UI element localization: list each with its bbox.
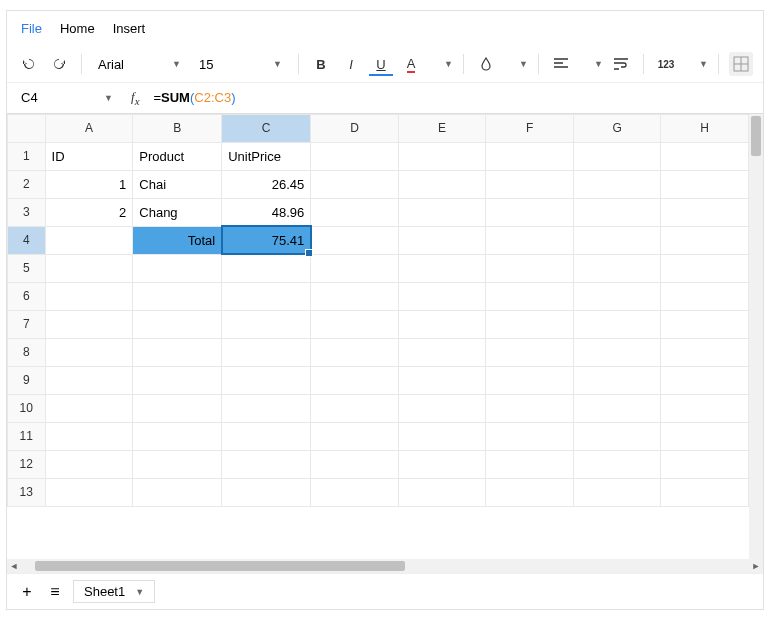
cell[interactable] [486, 450, 574, 478]
cell[interactable] [133, 338, 222, 366]
cell[interactable] [222, 394, 311, 422]
cell[interactable] [45, 478, 133, 506]
cell[interactable] [573, 422, 661, 450]
vscroll-thumb[interactable] [751, 116, 761, 156]
cell[interactable] [133, 310, 222, 338]
vscroll-track[interactable] [749, 158, 763, 559]
cell[interactable] [486, 310, 574, 338]
horizontal-scrollbar[interactable]: ◄ ► [7, 559, 763, 573]
cell[interactable] [661, 282, 749, 310]
cell[interactable] [573, 450, 661, 478]
cell-F1[interactable] [486, 142, 574, 170]
col-header-G[interactable]: G [573, 114, 661, 142]
cell-C1[interactable]: UnitPrice [222, 142, 311, 170]
cell[interactable] [486, 338, 574, 366]
cell-C3[interactable]: 48.96 [222, 198, 311, 226]
row-header-4[interactable]: 4 [8, 226, 46, 254]
cell-E4[interactable] [398, 226, 486, 254]
cell-F3[interactable] [486, 198, 574, 226]
row-header-11[interactable]: 11 [8, 422, 46, 450]
cell[interactable] [573, 282, 661, 310]
cell-F4[interactable] [486, 226, 574, 254]
cell[interactable] [311, 254, 399, 282]
cell[interactable] [311, 422, 399, 450]
row-header-2[interactable]: 2 [8, 170, 46, 198]
cell[interactable] [133, 450, 222, 478]
cell-C4[interactable]: 75.41 [222, 226, 311, 254]
row-header-8[interactable]: 8 [8, 338, 46, 366]
cell[interactable] [45, 310, 133, 338]
cell[interactable] [222, 366, 311, 394]
row-header-1[interactable]: 1 [8, 142, 46, 170]
cell-reference-box[interactable]: C4 ▼ [17, 90, 117, 105]
cell[interactable] [661, 254, 749, 282]
cell[interactable] [311, 282, 399, 310]
font-color-button[interactable]: A [399, 52, 423, 76]
cell-D3[interactable] [311, 198, 399, 226]
row-header-5[interactable]: 5 [8, 254, 46, 282]
cell[interactable] [133, 394, 222, 422]
cell[interactable] [45, 450, 133, 478]
cell-C2[interactable]: 26.45 [222, 170, 311, 198]
col-header-A[interactable]: A [45, 114, 133, 142]
wrap-button[interactable] [609, 52, 633, 76]
cell[interactable] [311, 310, 399, 338]
cell[interactable] [398, 394, 486, 422]
cell-D4[interactable] [311, 226, 399, 254]
col-header-C[interactable]: C [222, 114, 311, 142]
cell-A4[interactable] [45, 226, 133, 254]
row-header-7[interactable]: 7 [8, 310, 46, 338]
cell[interactable] [311, 450, 399, 478]
cell-E3[interactable] [398, 198, 486, 226]
cell-G2[interactable] [573, 170, 661, 198]
cell[interactable] [133, 478, 222, 506]
cell[interactable] [661, 478, 749, 506]
cell-A1[interactable]: ID [45, 142, 133, 170]
redo-button[interactable] [47, 52, 71, 76]
col-header-B[interactable]: B [133, 114, 222, 142]
hscroll-right-arrow[interactable]: ► [749, 561, 763, 571]
col-header-D[interactable]: D [311, 114, 399, 142]
formula-input[interactable]: =SUM(C2:C3) [153, 90, 753, 105]
font-select[interactable]: Arial ▼ [92, 57, 187, 72]
cell[interactable] [398, 450, 486, 478]
cell[interactable] [486, 478, 574, 506]
cell[interactable] [398, 478, 486, 506]
cell-A2[interactable]: 1 [45, 170, 133, 198]
chevron-down-icon[interactable]: ▼ [594, 59, 603, 69]
sheet-tab[interactable]: Sheet1 ▼ [73, 580, 155, 603]
cell[interactable] [311, 394, 399, 422]
cell[interactable] [45, 366, 133, 394]
cell[interactable] [45, 394, 133, 422]
menu-home[interactable]: Home [60, 21, 95, 36]
cell[interactable] [45, 422, 133, 450]
cell[interactable] [573, 394, 661, 422]
align-button[interactable] [549, 52, 573, 76]
row-header-3[interactable]: 3 [8, 198, 46, 226]
italic-button[interactable]: I [339, 52, 363, 76]
cell[interactable] [133, 254, 222, 282]
col-header-E[interactable]: E [398, 114, 486, 142]
cell[interactable] [661, 310, 749, 338]
cell[interactable] [398, 422, 486, 450]
cell-H4[interactable] [661, 226, 749, 254]
cell-D1[interactable] [311, 142, 399, 170]
cell[interactable] [222, 422, 311, 450]
sheet-list-button[interactable]: ≡ [45, 582, 65, 602]
chevron-down-icon[interactable]: ▼ [519, 59, 528, 69]
cell[interactable] [661, 366, 749, 394]
cell[interactable] [133, 366, 222, 394]
undo-button[interactable] [17, 52, 41, 76]
cell[interactable] [45, 254, 133, 282]
cell-A3[interactable]: 2 [45, 198, 133, 226]
cell[interactable] [222, 254, 311, 282]
cell[interactable] [573, 338, 661, 366]
select-all-corner[interactable] [8, 114, 46, 142]
cell-H3[interactable] [661, 198, 749, 226]
cell[interactable] [222, 478, 311, 506]
number-format-button[interactable]: 123 [654, 52, 678, 76]
cell-B2[interactable]: Chai [133, 170, 222, 198]
menu-file[interactable]: File [21, 21, 42, 36]
cell[interactable] [133, 282, 222, 310]
row-header-10[interactable]: 10 [8, 394, 46, 422]
